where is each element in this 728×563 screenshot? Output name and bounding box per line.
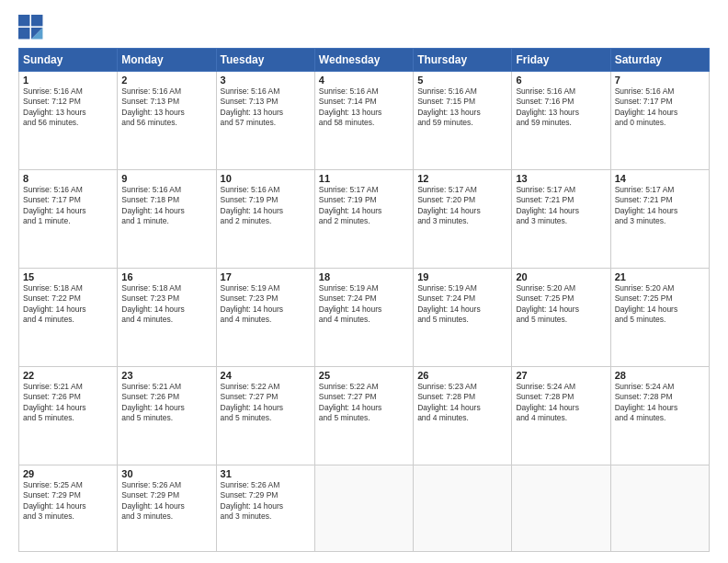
calendar-cell: 7Sunrise: 5:16 AM Sunset: 7:17 PM Daylig… (610, 72, 709, 170)
day-number: 13 (516, 173, 606, 184)
calendar-cell: 23Sunrise: 5:21 AM Sunset: 7:26 PM Dayli… (118, 367, 216, 465)
calendar-week-row: 1Sunrise: 5:16 AM Sunset: 7:12 PM Daylig… (19, 72, 710, 170)
svg-rect-0 (18, 15, 29, 26)
logo (18, 15, 48, 40)
weekday-header: Monday (118, 49, 216, 72)
day-number: 1 (23, 75, 113, 86)
calendar-cell: 3Sunrise: 5:16 AM Sunset: 7:13 PM Daylig… (216, 72, 314, 170)
day-number: 8 (23, 173, 113, 184)
day-info: Sunrise: 5:26 AM Sunset: 7:29 PM Dayligh… (121, 480, 211, 523)
calendar-cell: 28Sunrise: 5:24 AM Sunset: 7:28 PM Dayli… (610, 367, 709, 465)
calendar-cell: 17Sunrise: 5:19 AM Sunset: 7:23 PM Dayli… (216, 269, 314, 367)
day-number: 28 (615, 370, 705, 381)
day-info: Sunrise: 5:17 AM Sunset: 7:21 PM Dayligh… (615, 185, 705, 227)
day-number: 12 (417, 173, 507, 184)
calendar-week-row: 22Sunrise: 5:21 AM Sunset: 7:26 PM Dayli… (19, 367, 710, 465)
day-info: Sunrise: 5:20 AM Sunset: 7:25 PM Dayligh… (516, 283, 606, 326)
day-number: 20 (516, 271, 606, 282)
calendar-cell (414, 465, 512, 552)
weekday-header: Wednesday (314, 49, 413, 72)
day-info: Sunrise: 5:17 AM Sunset: 7:20 PM Dayligh… (417, 185, 507, 227)
weekday-header: Friday (512, 49, 610, 72)
weekday-header: Sunday (19, 49, 118, 72)
calendar-cell: 27Sunrise: 5:24 AM Sunset: 7:28 PM Dayli… (512, 367, 610, 465)
day-number: 15 (23, 271, 113, 282)
calendar-cell: 11Sunrise: 5:17 AM Sunset: 7:19 PM Dayli… (314, 170, 413, 269)
calendar-cell: 13Sunrise: 5:17 AM Sunset: 7:21 PM Dayli… (512, 170, 610, 269)
day-number: 27 (516, 370, 606, 381)
day-number: 19 (417, 271, 507, 282)
calendar-cell: 2Sunrise: 5:16 AM Sunset: 7:13 PM Daylig… (118, 72, 216, 170)
svg-rect-1 (31, 15, 42, 26)
day-info: Sunrise: 5:17 AM Sunset: 7:19 PM Dayligh… (319, 185, 409, 227)
day-info: Sunrise: 5:16 AM Sunset: 7:14 PM Dayligh… (319, 86, 409, 129)
calendar-cell: 5Sunrise: 5:16 AM Sunset: 7:15 PM Daylig… (414, 72, 512, 170)
day-number: 25 (319, 370, 409, 381)
calendar-cell: 29Sunrise: 5:25 AM Sunset: 7:29 PM Dayli… (19, 465, 118, 552)
weekday-header: Thursday (414, 49, 512, 72)
day-info: Sunrise: 5:21 AM Sunset: 7:26 PM Dayligh… (23, 382, 113, 424)
day-number: 22 (23, 370, 113, 381)
calendar-cell: 10Sunrise: 5:16 AM Sunset: 7:19 PM Dayli… (216, 170, 314, 269)
day-info: Sunrise: 5:16 AM Sunset: 7:18 PM Dayligh… (121, 185, 211, 227)
day-info: Sunrise: 5:16 AM Sunset: 7:13 PM Dayligh… (121, 86, 211, 129)
day-info: Sunrise: 5:20 AM Sunset: 7:25 PM Dayligh… (615, 283, 705, 326)
day-info: Sunrise: 5:16 AM Sunset: 7:17 PM Dayligh… (23, 185, 113, 227)
calendar-week-row: 29Sunrise: 5:25 AM Sunset: 7:29 PM Dayli… (19, 465, 710, 552)
day-number: 2 (121, 75, 211, 86)
day-info: Sunrise: 5:22 AM Sunset: 7:27 PM Dayligh… (221, 382, 311, 424)
calendar-cell: 22Sunrise: 5:21 AM Sunset: 7:26 PM Dayli… (19, 367, 118, 465)
calendar-cell: 8Sunrise: 5:16 AM Sunset: 7:17 PM Daylig… (19, 170, 118, 269)
weekday-header: Saturday (610, 49, 709, 72)
calendar-cell (314, 465, 413, 552)
day-number: 6 (516, 75, 606, 86)
day-info: Sunrise: 5:22 AM Sunset: 7:27 PM Dayligh… (319, 382, 409, 424)
day-info: Sunrise: 5:16 AM Sunset: 7:19 PM Dayligh… (221, 185, 311, 227)
weekday-header: Tuesday (216, 49, 314, 72)
calendar-cell: 4Sunrise: 5:16 AM Sunset: 7:14 PM Daylig… (314, 72, 413, 170)
day-number: 29 (23, 468, 113, 479)
day-info: Sunrise: 5:25 AM Sunset: 7:29 PM Dayligh… (23, 480, 113, 523)
day-info: Sunrise: 5:24 AM Sunset: 7:28 PM Dayligh… (516, 382, 606, 424)
day-number: 7 (615, 75, 705, 86)
day-number: 10 (221, 173, 311, 184)
day-info: Sunrise: 5:18 AM Sunset: 7:23 PM Dayligh… (121, 283, 211, 326)
weekday-header-row: SundayMondayTuesdayWednesdayThursdayFrid… (19, 49, 710, 72)
day-info: Sunrise: 5:16 AM Sunset: 7:17 PM Dayligh… (615, 86, 705, 129)
calendar-cell: 26Sunrise: 5:23 AM Sunset: 7:28 PM Dayli… (414, 367, 512, 465)
day-number: 31 (221, 468, 311, 479)
calendar-table: SundayMondayTuesdayWednesdayThursdayFrid… (18, 48, 710, 552)
day-number: 24 (221, 370, 311, 381)
day-info: Sunrise: 5:19 AM Sunset: 7:24 PM Dayligh… (319, 283, 409, 326)
calendar-cell: 14Sunrise: 5:17 AM Sunset: 7:21 PM Dayli… (610, 170, 709, 269)
calendar-cell: 12Sunrise: 5:17 AM Sunset: 7:20 PM Dayli… (414, 170, 512, 269)
day-info: Sunrise: 5:26 AM Sunset: 7:29 PM Dayligh… (221, 480, 311, 523)
day-number: 18 (319, 271, 409, 282)
calendar-cell: 9Sunrise: 5:16 AM Sunset: 7:18 PM Daylig… (118, 170, 216, 269)
day-info: Sunrise: 5:18 AM Sunset: 7:22 PM Dayligh… (23, 283, 113, 326)
day-info: Sunrise: 5:23 AM Sunset: 7:28 PM Dayligh… (417, 382, 507, 424)
calendar-cell: 24Sunrise: 5:22 AM Sunset: 7:27 PM Dayli… (216, 367, 314, 465)
day-number: 17 (221, 271, 311, 282)
day-number: 21 (615, 271, 705, 282)
day-info: Sunrise: 5:19 AM Sunset: 7:24 PM Dayligh… (417, 283, 507, 326)
page: SundayMondayTuesdayWednesdayThursdayFrid… (0, 0, 728, 563)
day-info: Sunrise: 5:16 AM Sunset: 7:12 PM Dayligh… (23, 86, 113, 129)
calendar-cell: 1Sunrise: 5:16 AM Sunset: 7:12 PM Daylig… (19, 72, 118, 170)
day-number: 26 (417, 370, 507, 381)
calendar-cell: 16Sunrise: 5:18 AM Sunset: 7:23 PM Dayli… (118, 269, 216, 367)
day-number: 14 (615, 173, 705, 184)
logo-icon (18, 15, 44, 40)
calendar-cell: 18Sunrise: 5:19 AM Sunset: 7:24 PM Dayli… (314, 269, 413, 367)
calendar-cell (512, 465, 610, 552)
calendar-cell: 31Sunrise: 5:26 AM Sunset: 7:29 PM Dayli… (216, 465, 314, 552)
calendar-cell: 19Sunrise: 5:19 AM Sunset: 7:24 PM Dayli… (414, 269, 512, 367)
day-info: Sunrise: 5:16 AM Sunset: 7:15 PM Dayligh… (417, 86, 507, 129)
day-number: 5 (417, 75, 507, 86)
calendar-cell: 21Sunrise: 5:20 AM Sunset: 7:25 PM Dayli… (610, 269, 709, 367)
calendar-cell: 25Sunrise: 5:22 AM Sunset: 7:27 PM Dayli… (314, 367, 413, 465)
day-info: Sunrise: 5:19 AM Sunset: 7:23 PM Dayligh… (221, 283, 311, 326)
day-info: Sunrise: 5:16 AM Sunset: 7:13 PM Dayligh… (221, 86, 311, 129)
day-number: 4 (319, 75, 409, 86)
calendar-week-row: 8Sunrise: 5:16 AM Sunset: 7:17 PM Daylig… (19, 170, 710, 269)
